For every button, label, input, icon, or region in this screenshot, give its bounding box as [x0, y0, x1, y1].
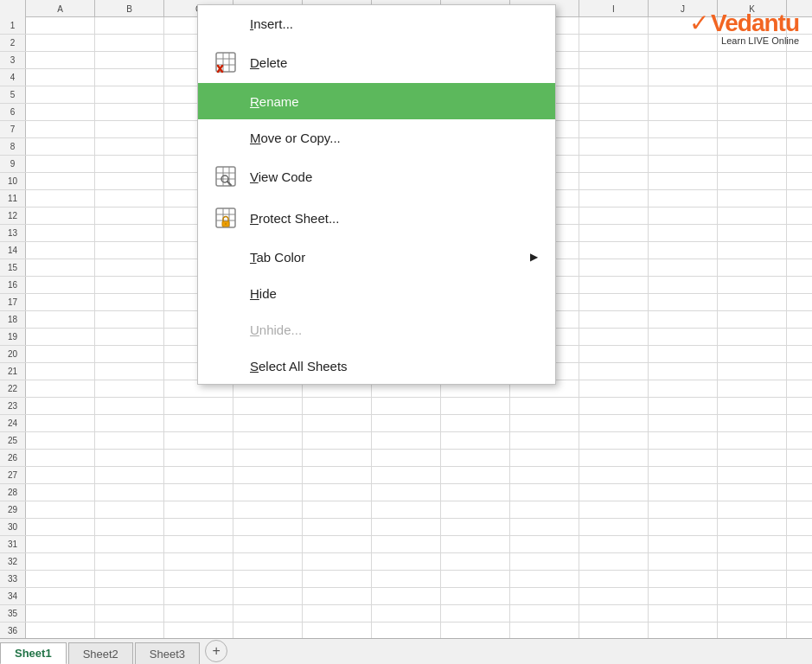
menu-item-label-move-copy: Move or Copy...: [250, 131, 538, 145]
vedantu-tagline: Learn LIVE Online: [721, 35, 799, 46]
menu-item-label-hide: Hide: [250, 286, 538, 301]
menu-item-label-unhide: Unhide...: [250, 322, 538, 337]
menu-item-label-protect-sheet: Protect Sheet...: [250, 211, 538, 226]
menu-item-hide[interactable]: Hide: [198, 275, 555, 311]
vedantu-checkmark: ✓: [689, 9, 709, 37]
view-code-icon: [212, 163, 240, 190]
menu-item-label-tab-color: Tab Color: [250, 250, 530, 265]
svg-rect-8: [216, 167, 235, 186]
menu-item-label-select-all: Select All Sheets: [250, 359, 538, 374]
col-header-a: A: [26, 0, 95, 17]
sheet-tab-sheet1[interactable]: Sheet1: [0, 642, 67, 664]
svg-line-14: [227, 182, 231, 185]
sheet-tab-sheet2[interactable]: Sheet2: [68, 642, 133, 664]
svg-point-21: [225, 223, 227, 225]
vedantu-brand-name: Vedantu: [711, 10, 799, 37]
menu-item-label-view-code: View Code: [250, 169, 538, 184]
delete-icon: [212, 48, 240, 76]
menu-item-protect-sheet[interactable]: Protect Sheet...: [198, 197, 555, 239]
protect-icon: [212, 204, 240, 232]
menu-item-insert[interactable]: Insert...: [198, 5, 555, 42]
menu-item-tab-color[interactable]: Tab Color▶: [198, 239, 555, 275]
menu-item-label-insert: Insert...: [250, 16, 538, 31]
col-header-i: I: [579, 0, 649, 17]
sheet-tab-sheet3[interactable]: Sheet3: [135, 642, 200, 664]
menu-item-unhide: Unhide...: [198, 311, 555, 348]
context-menu: Insert... DeleteRenameMove or Copy... Vi…: [197, 4, 556, 385]
menu-item-delete[interactable]: Delete: [198, 42, 555, 83]
menu-item-label-rename: Rename: [250, 94, 538, 109]
col-header-b: B: [95, 0, 164, 17]
submenu-arrow-icon: ▶: [530, 251, 538, 263]
menu-item-view-code[interactable]: View Code: [198, 156, 555, 197]
menu-item-label-delete: Delete: [250, 55, 538, 70]
menu-item-select-all[interactable]: Select All Sheets: [198, 348, 555, 384]
menu-item-rename[interactable]: Rename: [198, 83, 555, 119]
add-sheet-button[interactable]: +: [205, 640, 227, 662]
tab-bar: Sheet1 Sheet2 Sheet3 +: [0, 638, 812, 664]
menu-item-move-copy[interactable]: Move or Copy...: [198, 119, 555, 156]
vedantu-logo: ✓ Vedantu Learn LIVE Online: [689, 9, 799, 46]
